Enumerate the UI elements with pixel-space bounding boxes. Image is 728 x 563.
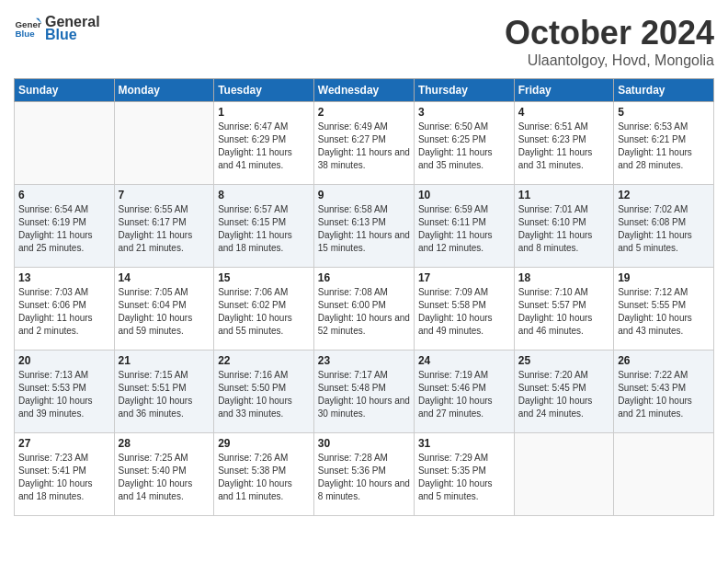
day-number: 9 [318, 189, 410, 201]
location-title: Ulaantolgoy, Hovd, Mongolia [505, 52, 714, 69]
day-number: 27 [18, 437, 110, 450]
weekday-header: Friday [514, 79, 613, 102]
day-info: Sunrise: 7:23 AM Sunset: 5:41 PM Dayligh… [18, 452, 110, 503]
day-number: 14 [119, 271, 210, 284]
weekday-header: Sunday [15, 79, 115, 102]
calendar-cell: 11Sunrise: 7:01 AM Sunset: 6:10 PM Dayli… [514, 185, 613, 268]
day-number: 2 [318, 106, 410, 119]
calendar-cell: 31Sunrise: 7:29 AM Sunset: 5:35 PM Dayli… [414, 433, 514, 516]
day-info: Sunrise: 7:25 AM Sunset: 5:40 PM Dayligh… [119, 452, 210, 503]
day-info: Sunrise: 7:13 AM Sunset: 5:53 PM Dayligh… [18, 369, 110, 420]
day-info: Sunrise: 6:55 AM Sunset: 6:17 PM Dayligh… [119, 203, 210, 255]
weekday-header: Monday [114, 79, 214, 102]
weekday-header: Tuesday [214, 79, 314, 102]
day-info: Sunrise: 7:19 AM Sunset: 5:46 PM Dayligh… [418, 369, 510, 420]
day-info: Sunrise: 7:09 AM Sunset: 5:58 PM Dayligh… [418, 286, 510, 338]
svg-text:Blue: Blue [16, 29, 36, 39]
day-number: 25 [518, 354, 609, 367]
day-info: Sunrise: 7:05 AM Sunset: 6:04 PM Dayligh… [119, 286, 210, 338]
calendar-cell: 25Sunrise: 7:20 AM Sunset: 5:45 PM Dayli… [514, 350, 613, 433]
calendar-cell: 18Sunrise: 7:10 AM Sunset: 5:57 PM Dayli… [514, 268, 613, 350]
day-info: Sunrise: 7:12 AM Sunset: 5:55 PM Dayligh… [618, 286, 710, 338]
day-number: 11 [518, 189, 609, 201]
weekday-header: Wednesday [313, 79, 414, 102]
day-info: Sunrise: 6:57 AM Sunset: 6:15 PM Dayligh… [218, 203, 310, 255]
calendar-week-row: 6Sunrise: 6:54 AM Sunset: 6:19 PM Daylig… [15, 185, 714, 268]
day-number: 24 [418, 354, 510, 367]
calendar-cell [514, 433, 613, 516]
day-number: 28 [119, 437, 210, 450]
day-info: Sunrise: 6:47 AM Sunset: 6:29 PM Dayligh… [218, 121, 310, 172]
day-number: 23 [318, 354, 410, 367]
day-number: 18 [518, 271, 609, 284]
calendar-cell: 24Sunrise: 7:19 AM Sunset: 5:46 PM Dayli… [414, 350, 514, 433]
calendar-cell: 28Sunrise: 7:25 AM Sunset: 5:40 PM Dayli… [114, 433, 214, 516]
calendar-cell: 8Sunrise: 6:57 AM Sunset: 6:15 PM Daylig… [214, 185, 314, 268]
calendar-cell: 17Sunrise: 7:09 AM Sunset: 5:58 PM Dayli… [414, 268, 514, 350]
logo-icon: General Blue [14, 15, 41, 42]
calendar-cell: 13Sunrise: 7:03 AM Sunset: 6:06 PM Dayli… [15, 268, 115, 350]
page-header: General Blue General Blue October 2024 U… [14, 14, 714, 69]
day-info: Sunrise: 7:02 AM Sunset: 6:08 PM Dayligh… [618, 203, 710, 255]
day-info: Sunrise: 7:06 AM Sunset: 6:02 PM Dayligh… [218, 286, 310, 338]
calendar-cell [614, 433, 714, 516]
day-number: 19 [618, 271, 710, 284]
calendar-week-row: 27Sunrise: 7:23 AM Sunset: 5:41 PM Dayli… [15, 433, 714, 516]
day-number: 1 [218, 106, 310, 119]
day-number: 16 [318, 271, 410, 284]
day-info: Sunrise: 6:58 AM Sunset: 6:13 PM Dayligh… [318, 203, 410, 255]
day-number: 4 [518, 106, 609, 119]
day-number: 21 [119, 354, 210, 367]
day-info: Sunrise: 7:01 AM Sunset: 6:10 PM Dayligh… [518, 203, 609, 255]
day-number: 13 [18, 271, 110, 284]
day-number: 6 [18, 189, 110, 201]
svg-text:General: General [16, 19, 42, 29]
day-info: Sunrise: 7:16 AM Sunset: 5:50 PM Dayligh… [218, 369, 310, 420]
day-info: Sunrise: 6:50 AM Sunset: 6:25 PM Dayligh… [418, 121, 510, 172]
day-info: Sunrise: 7:26 AM Sunset: 5:38 PM Dayligh… [218, 452, 310, 503]
calendar-cell: 15Sunrise: 7:06 AM Sunset: 6:02 PM Dayli… [214, 268, 314, 350]
day-number: 29 [218, 437, 310, 450]
month-title: October 2024 [505, 14, 714, 52]
calendar-cell: 4Sunrise: 6:51 AM Sunset: 6:23 PM Daylig… [514, 102, 613, 185]
day-info: Sunrise: 6:53 AM Sunset: 6:21 PM Dayligh… [618, 121, 710, 172]
day-number: 20 [18, 354, 110, 367]
calendar-cell [15, 102, 115, 185]
day-number: 8 [218, 189, 310, 201]
calendar-table: SundayMondayTuesdayWednesdayThursdayFrid… [14, 78, 714, 516]
day-info: Sunrise: 7:15 AM Sunset: 5:51 PM Dayligh… [119, 369, 210, 420]
day-number: 15 [218, 271, 310, 284]
day-info: Sunrise: 6:59 AM Sunset: 6:11 PM Dayligh… [418, 203, 510, 255]
day-info: Sunrise: 7:22 AM Sunset: 5:43 PM Dayligh… [618, 369, 710, 420]
calendar-cell: 22Sunrise: 7:16 AM Sunset: 5:50 PM Dayli… [214, 350, 314, 433]
calendar-week-row: 13Sunrise: 7:03 AM Sunset: 6:06 PM Dayli… [15, 268, 714, 350]
day-number: 30 [318, 437, 410, 450]
calendar-cell: 19Sunrise: 7:12 AM Sunset: 5:55 PM Dayli… [614, 268, 714, 350]
day-info: Sunrise: 7:29 AM Sunset: 5:35 PM Dayligh… [418, 452, 510, 503]
calendar-week-row: 20Sunrise: 7:13 AM Sunset: 5:53 PM Dayli… [15, 350, 714, 433]
day-number: 10 [418, 189, 510, 201]
calendar-cell: 9Sunrise: 6:58 AM Sunset: 6:13 PM Daylig… [313, 185, 414, 268]
weekday-header: Saturday [614, 79, 714, 102]
day-number: 17 [418, 271, 510, 284]
day-number: 3 [418, 106, 510, 119]
calendar-cell: 23Sunrise: 7:17 AM Sunset: 5:48 PM Dayli… [313, 350, 414, 433]
calendar-cell: 27Sunrise: 7:23 AM Sunset: 5:41 PM Dayli… [15, 433, 115, 516]
day-info: Sunrise: 7:10 AM Sunset: 5:57 PM Dayligh… [518, 286, 609, 338]
calendar-cell: 5Sunrise: 6:53 AM Sunset: 6:21 PM Daylig… [614, 102, 714, 185]
calendar-cell: 7Sunrise: 6:55 AM Sunset: 6:17 PM Daylig… [114, 185, 214, 268]
calendar-cell: 2Sunrise: 6:49 AM Sunset: 6:27 PM Daylig… [313, 102, 414, 185]
calendar-cell: 29Sunrise: 7:26 AM Sunset: 5:38 PM Dayli… [214, 433, 314, 516]
day-number: 7 [119, 189, 210, 201]
day-number: 26 [618, 354, 710, 367]
calendar-cell: 26Sunrise: 7:22 AM Sunset: 5:43 PM Dayli… [614, 350, 714, 433]
calendar-cell: 21Sunrise: 7:15 AM Sunset: 5:51 PM Dayli… [114, 350, 214, 433]
day-info: Sunrise: 7:08 AM Sunset: 6:00 PM Dayligh… [318, 286, 410, 338]
day-info: Sunrise: 7:17 AM Sunset: 5:48 PM Dayligh… [318, 369, 410, 420]
calendar-cell: 10Sunrise: 6:59 AM Sunset: 6:11 PM Dayli… [414, 185, 514, 268]
calendar-cell: 20Sunrise: 7:13 AM Sunset: 5:53 PM Dayli… [15, 350, 115, 433]
day-info: Sunrise: 6:51 AM Sunset: 6:23 PM Dayligh… [518, 121, 609, 172]
day-info: Sunrise: 7:03 AM Sunset: 6:06 PM Dayligh… [18, 286, 110, 338]
logo: General Blue General Blue [14, 14, 100, 43]
calendar-cell: 12Sunrise: 7:02 AM Sunset: 6:08 PM Dayli… [614, 185, 714, 268]
